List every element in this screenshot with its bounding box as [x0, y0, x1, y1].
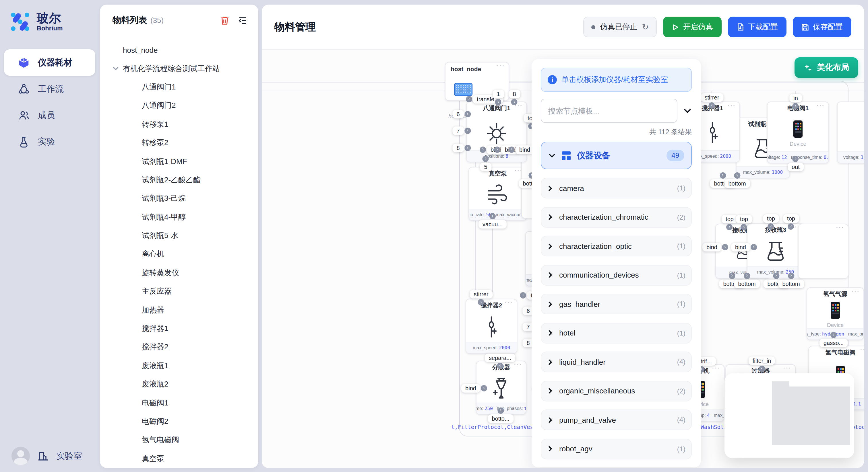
tree-item[interactable]: 试剂瓶5-水	[113, 227, 248, 245]
category-count: (1)	[677, 271, 685, 279]
sidebar-item-instruments[interactable]: 仪器耗材	[4, 49, 95, 76]
node-menu-icon[interactable]: ···	[497, 63, 505, 69]
sidebar-item-experiments[interactable]: 实验	[4, 129, 95, 155]
device-icon	[829, 301, 842, 320]
tree-item[interactable]: 氢气电磁阀	[113, 431, 248, 449]
tree-item[interactable]: 废液瓶2	[113, 375, 248, 394]
node-menu-icon[interactable]: ···	[860, 346, 864, 353]
tree-item[interactable]: 转移泵1	[113, 115, 248, 134]
port-chip[interactable]: 1‹	[493, 90, 504, 98]
node-menu-icon[interactable]: ···	[851, 288, 860, 294]
port-chip[interactable]: 8‹	[453, 144, 464, 152]
chevron-down-icon[interactable]	[683, 106, 692, 115]
category-organic_miscellaneous[interactable]: organic_miscellaneous(2)	[541, 380, 692, 401]
tree-item[interactable]: 离心机	[113, 245, 248, 264]
category-liquid_handler[interactable]: liquid_handler(4)	[541, 351, 692, 372]
port-chip[interactable]: 5›	[480, 163, 491, 171]
port-chip[interactable]: in‹	[789, 94, 802, 102]
chevron-right-icon	[547, 330, 553, 336]
node-menu-icon[interactable]: ···	[817, 102, 825, 108]
port-chip[interactable]: bind‹	[731, 243, 750, 251]
refresh-icon[interactable]: ↻	[642, 22, 649, 32]
tree-item[interactable]: 试剂瓶2-乙酸乙酯	[113, 171, 248, 189]
port-chip[interactable]: top‹	[783, 214, 799, 223]
sidebar-item-workflow[interactable]: 工作流	[4, 76, 95, 102]
tree-item[interactable]: 废液瓶1	[113, 357, 248, 375]
category-hotel[interactable]: hotel(1)	[541, 323, 692, 343]
port-chip[interactable]: bottom›	[724, 179, 750, 188]
node-stirrer-2[interactable]: 搅拌器2···max_speed: 2000	[466, 299, 517, 354]
trash-icon[interactable]	[220, 15, 229, 25]
port-chip[interactable]: 8‹	[508, 90, 520, 98]
node-vacuum-pump[interactable]: 真空泵···pump_rate: 50max_vacuum: 0.1	[468, 167, 527, 221]
tree-item[interactable]: 有机化学流程综合测试工作站	[113, 59, 248, 78]
category-group-instruments[interactable]: 仪器设备 49	[541, 142, 692, 169]
materials-tree: host_node有机化学流程综合测试工作站八通阀门1八通阀门2转移泵1转移泵2…	[113, 41, 248, 468]
category-pump_and_valve[interactable]: pump_and_valve(4)	[541, 409, 692, 430]
beautify-layout-button[interactable]: 美化布局	[795, 57, 858, 78]
chevron-right-icon	[547, 272, 553, 278]
tree-item[interactable]: 电磁阀2	[113, 412, 248, 431]
tree-item[interactable]: 试剂瓶4-甲醇	[113, 208, 248, 227]
category-characterization_optic[interactable]: characterization_optic(1)	[541, 236, 692, 256]
port-chip[interactable]: top‹	[763, 214, 779, 223]
category-camera[interactable]: camera(1)	[541, 178, 692, 198]
port-chip[interactable]: bottom›	[734, 279, 760, 288]
port-chip[interactable]: top‹	[736, 215, 752, 224]
category-robot_agv[interactable]: robot_agv(1)	[541, 438, 692, 459]
node-menu-icon[interactable]: ···	[712, 365, 720, 371]
category-label: organic_miscellaneous	[559, 386, 635, 395]
port-chip[interactable]: stirrer‹	[470, 290, 492, 299]
sidebar-item-members[interactable]: 成员	[4, 102, 95, 129]
port-chip[interactable]: out›	[787, 163, 804, 171]
tree-item[interactable]: 转移泵2	[113, 134, 248, 152]
node-menu-icon[interactable]: ···	[514, 361, 522, 368]
node-receiver-3[interactable]: 接收瓶3···max_volume: 250	[747, 223, 804, 278]
tree-item[interactable]: 电磁阀1	[113, 394, 248, 412]
sidebar-footer[interactable]: 实验室	[0, 447, 99, 465]
port-chip[interactable]: bottom›	[778, 279, 804, 288]
node-solenoid-1[interactable]: 电磁阀1···Devicevoltage: 12response_time: 0…	[767, 102, 829, 164]
port-chip[interactable]: botto...›	[488, 414, 513, 423]
download-config-button[interactable]: 下载配置	[728, 16, 786, 37]
port-dot-icon: ‹	[464, 145, 471, 151]
tree-item[interactable]: 加热器	[113, 301, 248, 319]
tree-item[interactable]: 真空泵	[113, 449, 248, 468]
tree-item[interactable]: 搅拌器1	[113, 319, 248, 338]
port-chip[interactable]: bind‹	[461, 384, 480, 393]
node-menu-icon[interactable]: ···	[783, 365, 792, 371]
port-chip[interactable]: filter_in‹	[749, 357, 775, 365]
node-menu-icon[interactable]: ···	[505, 299, 513, 306]
start-simulation-button[interactable]: 开启仿真	[663, 16, 722, 37]
port-dot-icon: ›	[830, 332, 837, 338]
tree-item[interactable]: 搅拌器2	[113, 338, 248, 357]
tree-item[interactable]: 八通阀门2	[113, 96, 248, 115]
node-hidden-card-b[interactable]: ···	[798, 224, 848, 279]
node-menu-icon[interactable]: ···	[836, 224, 844, 231]
port-chip[interactable]: bind‹	[702, 243, 721, 251]
category-characterization_chromatic[interactable]: characterization_chromatic(2)	[541, 207, 692, 227]
port-chip[interactable]: vacuu...›	[478, 220, 507, 229]
port-chip[interactable]: separa...‹	[485, 353, 515, 362]
port-chip[interactable]: gasso...›	[819, 339, 848, 347]
chevron-down-icon[interactable]	[113, 65, 123, 72]
tree-item[interactable]: 试剂瓶3-己烷	[113, 189, 248, 208]
tree-item[interactable]: 旋转蒸发仪	[113, 264, 248, 282]
port-chip[interactable]: 7‹	[453, 127, 464, 135]
category-gas_handler[interactable]: gas_handler(1)	[541, 294, 692, 314]
avatar[interactable]	[11, 447, 30, 465]
port-chip[interactable]: stirrer‹	[701, 93, 723, 102]
tree-item[interactable]: 八通阀门1	[113, 78, 248, 97]
search-template-input[interactable]	[541, 99, 677, 123]
tree-item[interactable]: 主反应器	[113, 282, 248, 301]
port-chip[interactable]: top‹	[722, 215, 738, 224]
tree-item[interactable]: host_node	[113, 41, 248, 59]
save-config-button[interactable]: 保存配置	[793, 16, 851, 37]
collapse-tree-icon[interactable]	[238, 15, 248, 26]
category-communication_devices[interactable]: communication_devices(1)	[541, 265, 692, 285]
node-solenoid-2[interactable]: voltage: 12	[837, 102, 864, 164]
node-menu-icon[interactable]: ···	[727, 102, 736, 108]
tree-item[interactable]: 试剂瓶1-DMF	[113, 152, 248, 171]
port-chip[interactable]: 6‹	[453, 110, 464, 119]
image-placeholder	[772, 381, 850, 445]
